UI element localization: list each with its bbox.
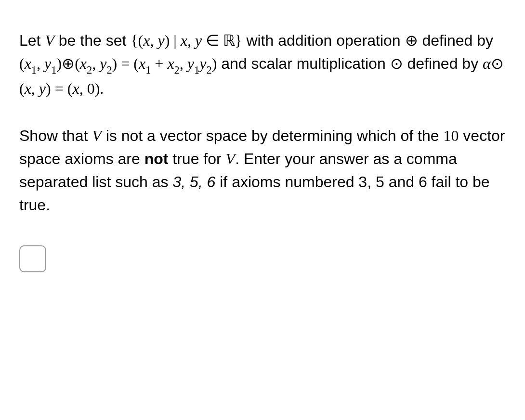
period: . — [100, 80, 104, 97]
var-y2: y — [199, 55, 206, 72]
subscript-1: 1 — [51, 64, 56, 76]
text: true for — [168, 150, 225, 167]
answer-input[interactable] — [19, 245, 46, 272]
comma: , — [187, 32, 195, 49]
equals: = — [51, 80, 67, 97]
text: with addition operation — [242, 32, 405, 49]
subscript-2: 2 — [174, 64, 180, 76]
problem-setup-paragraph: Let V be the set {(x, y) | x, y ∈ ℝ} wit… — [19, 29, 506, 100]
lparen: ( — [138, 32, 144, 49]
lparen: ( — [75, 55, 80, 72]
var-x: x — [181, 32, 187, 49]
oplus-icon: ⊕ — [405, 29, 418, 52]
comma: , — [150, 32, 158, 49]
rparen: ) — [112, 55, 118, 72]
set-rbrace: } — [235, 32, 242, 49]
plus: + — [151, 55, 167, 72]
answer-input-container — [19, 241, 506, 272]
var-x1: x — [139, 55, 145, 72]
var-x1: x — [25, 55, 31, 72]
lparen: ( — [133, 55, 139, 72]
var-V: V — [45, 32, 54, 49]
subscript-1: 1 — [31, 64, 37, 76]
example-answer: 3, 5, 6 — [172, 173, 215, 191]
subscript-1: 1 — [145, 64, 151, 76]
text: Show that — [19, 127, 92, 144]
rparen: ) — [46, 80, 51, 97]
lparen: ( — [19, 55, 25, 72]
text: Let — [19, 32, 45, 49]
var-y: y — [39, 80, 46, 97]
emphasis-not: not — [144, 150, 169, 167]
real-numbers: ℝ — [223, 32, 235, 49]
rparen: ) — [56, 55, 62, 72]
var-y1: y — [44, 55, 51, 72]
var-y2: y — [100, 55, 106, 72]
var-x: x — [72, 80, 79, 97]
var-y1: y — [187, 55, 194, 72]
var-x: x — [143, 32, 150, 49]
var-V: V — [92, 127, 102, 144]
rparen: ) — [212, 55, 217, 72]
text: be the set — [54, 32, 131, 49]
var-x2: x — [167, 55, 174, 72]
var-x: x — [25, 80, 31, 97]
var-y: y — [158, 32, 164, 49]
set-lbrace: { — [131, 32, 138, 49]
bar: | — [170, 32, 180, 49]
subscript-2: 2 — [87, 64, 92, 76]
question-paragraph: Show that V is not a vector space by det… — [19, 124, 506, 216]
var-V: V — [226, 150, 236, 167]
lparen: ( — [19, 80, 25, 97]
text: is not a vector space by determining whi… — [102, 127, 444, 144]
zero: 0 — [87, 80, 95, 97]
var-alpha: α — [483, 55, 491, 72]
subscript-2: 2 — [206, 64, 211, 76]
lparen: ( — [67, 80, 73, 97]
var-y: y — [195, 32, 202, 49]
equals: = — [117, 55, 133, 72]
odot-icon: ⊙ — [390, 52, 403, 75]
text: and scalar multiplication — [217, 55, 390, 72]
subscript-1: 1 — [194, 64, 199, 76]
text: defined by — [403, 55, 483, 72]
odot-icon: ⊙ — [491, 52, 504, 75]
rparen: ) — [95, 80, 100, 97]
number-ten: 10 — [443, 127, 459, 144]
text: defined by — [418, 32, 494, 49]
comma: , — [31, 80, 39, 97]
oplus-icon: ⊕ — [62, 52, 75, 75]
comma: , — [37, 55, 44, 72]
comma: , — [180, 55, 187, 72]
comma: , — [79, 80, 87, 97]
rparen: ) — [165, 32, 170, 49]
var-x2: x — [80, 55, 87, 72]
subscript-2: 2 — [106, 64, 112, 76]
element-of: ∈ — [202, 32, 223, 49]
comma: , — [92, 55, 100, 72]
